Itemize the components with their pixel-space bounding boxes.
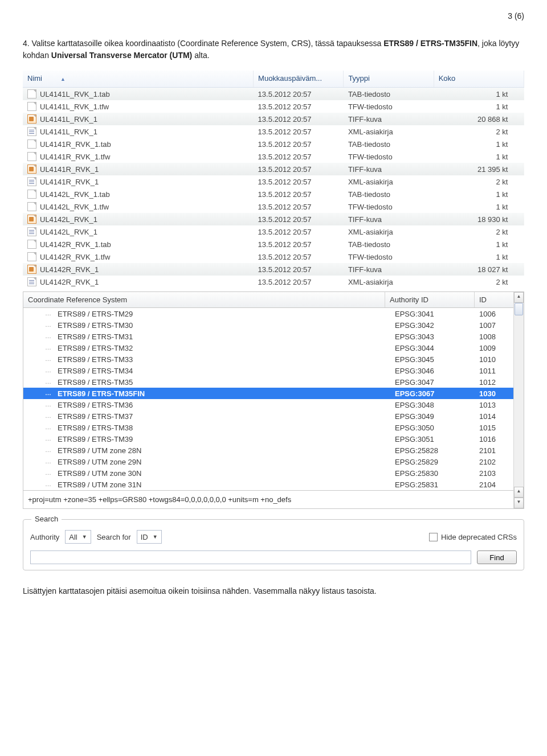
crs-col-auth[interactable]: Authority ID bbox=[385, 292, 475, 307]
file-size: 18 930 kt bbox=[434, 213, 524, 225]
file-icon bbox=[27, 202, 36, 211]
crs-row[interactable]: ETRS89 / ETRS-TM34EPSG:30461011 bbox=[23, 365, 524, 376]
authority-combo[interactable]: All ▼ bbox=[65, 530, 91, 544]
file-type: TAB-tiedosto bbox=[344, 88, 434, 101]
file-date: 13.5.2012 20:57 bbox=[254, 188, 344, 200]
crs-row[interactable]: ETRS89 / ETRS-TM35EPSG:30471012 bbox=[23, 376, 524, 388]
crs-row[interactable]: ETRS89 / UTM zone 29NEPSG:258292102 bbox=[23, 456, 524, 467]
file-name: UL4142R_RVK_1.tab bbox=[40, 240, 111, 249]
table-row[interactable]: UL4141L_RVK_113.5.2012 20:57XML-asiakirj… bbox=[23, 125, 524, 138]
file-name: UL4141R_RVK_1 bbox=[40, 165, 99, 174]
table-row[interactable]: UL4142R_RVK_1.tab13.5.2012 20:57TAB-tied… bbox=[23, 238, 524, 250]
table-row[interactable]: UL4142R_RVK_113.5.2012 20:57XML-asiakirj… bbox=[23, 276, 524, 288]
table-row[interactable]: UL4141L_RVK_113.5.2012 20:57TIFF-kuva20 … bbox=[23, 113, 524, 125]
crs-name: ETRS89 / ETRS-TM36 bbox=[23, 401, 395, 409]
file-name: UL4141R_RVK_1.tfw bbox=[40, 153, 110, 161]
col-modified[interactable]: Muokkauspäiväm... bbox=[254, 71, 344, 88]
proj-string: +proj=utm +zone=35 +ellps=GRS80 +towgs84… bbox=[23, 490, 524, 508]
footer-paragraph: Lisättyjen karttatasojen pitäisi asemoit… bbox=[23, 586, 524, 595]
file-type: TIFF-kuva bbox=[344, 263, 434, 276]
table-row[interactable]: UL4142R_RVK_113.5.2012 20:57TIFF-kuva18 … bbox=[23, 263, 524, 276]
xml-icon bbox=[27, 127, 36, 136]
search-input[interactable] bbox=[30, 550, 471, 564]
table-row[interactable]: UL4141R_RVK_1.tfw13.5.2012 20:57TFW-tied… bbox=[23, 150, 524, 163]
instruction-text: 4. Valitse karttatasoille oikea koordina… bbox=[23, 39, 383, 48]
col-name[interactable]: Nimi▲ bbox=[23, 71, 254, 88]
file-type: XML-asiakirja bbox=[344, 175, 434, 188]
col-type[interactable]: Tyyppi bbox=[344, 71, 434, 88]
crs-row[interactable]: ETRS89 / UTM zone 30NEPSG:258302103 bbox=[23, 467, 524, 479]
file-type: TIFF-kuva bbox=[344, 113, 434, 125]
tiff-icon bbox=[27, 215, 36, 224]
xml-icon bbox=[27, 277, 36, 286]
checkbox-icon bbox=[429, 533, 438, 541]
file-name: UL4141L_RVK_1.tfw bbox=[40, 102, 109, 111]
caret-down-icon: ▼ bbox=[153, 534, 158, 540]
find-button[interactable]: Find bbox=[477, 550, 517, 564]
scroll-up2-icon[interactable]: ▲ bbox=[514, 487, 524, 498]
scroll-down-icon[interactable]: ▼ bbox=[514, 498, 524, 508]
crs-row[interactable]: ETRS89 / ETRS-TM36EPSG:30481013 bbox=[23, 399, 524, 410]
col-size[interactable]: Koko bbox=[434, 71, 524, 88]
file-date: 13.5.2012 20:57 bbox=[254, 200, 344, 213]
file-name: UL4141R_RVK_1 bbox=[40, 178, 99, 186]
table-row[interactable]: UL4142L_RVK_1.tfw13.5.2012 20:57TFW-tied… bbox=[23, 200, 524, 213]
table-row[interactable]: UL4141L_RVK_1.tab13.5.2012 20:57TAB-tied… bbox=[23, 88, 524, 101]
file-date: 13.5.2012 20:57 bbox=[254, 250, 344, 263]
file-icon bbox=[27, 152, 36, 161]
table-row[interactable]: UL4142L_RVK_113.5.2012 20:57TIFF-kuva18 … bbox=[23, 213, 524, 225]
file-size: 1 kt bbox=[434, 238, 524, 250]
crs-name: ETRS89 / ETRS-TM35FIN bbox=[23, 389, 395, 398]
file-name: UL4141L_RVK_1 bbox=[40, 115, 97, 124]
crs-col-name[interactable]: Coordinate Reference System bbox=[23, 292, 385, 307]
crs-row[interactable]: ETRS89 / ETRS-TM31EPSG:30431008 bbox=[23, 331, 524, 342]
crs-row[interactable]: ETRS89 / ETRS-TM35FINEPSG:30671030 bbox=[23, 388, 524, 399]
crs-auth: EPSG:3045 bbox=[395, 355, 479, 364]
crs-row[interactable]: ETRS89 / ETRS-TM33EPSG:30451010 bbox=[23, 354, 524, 365]
file-name: UL4141L_RVK_1 bbox=[40, 128, 97, 136]
crs-row[interactable]: ETRS89 / ETRS-TM37EPSG:30491014 bbox=[23, 410, 524, 422]
file-type: TIFF-kuva bbox=[344, 163, 434, 175]
file-size: 1 kt bbox=[434, 250, 524, 263]
page-number: 3 (6) bbox=[23, 11, 524, 20]
table-row[interactable]: UL4141L_RVK_1.tfw13.5.2012 20:57TFW-tied… bbox=[23, 100, 524, 113]
table-row[interactable]: UL4142R_RVK_1.tfw13.5.2012 20:57TFW-tied… bbox=[23, 250, 524, 263]
searchfor-label: Search for bbox=[97, 533, 131, 541]
file-type: XML-asiakirja bbox=[344, 276, 434, 288]
file-icon bbox=[27, 252, 36, 261]
crs-row[interactable]: ETRS89 / ETRS-TM29EPSG:30411006 bbox=[23, 308, 524, 319]
crs-scrollbar[interactable]: ▲ ▲ ▼ bbox=[513, 292, 524, 508]
table-row[interactable]: UL4141R_RVK_1.tab13.5.2012 20:57TAB-tied… bbox=[23, 138, 524, 150]
scroll-thumb[interactable] bbox=[515, 303, 523, 315]
crs-row[interactable]: ETRS89 / ETRS-TM32EPSG:30441009 bbox=[23, 342, 524, 354]
search-group: Search Authority All ▼ Search for ID ▼ H… bbox=[23, 519, 524, 570]
crs-row[interactable]: ETRS89 / ETRS-TM39EPSG:30511016 bbox=[23, 433, 524, 445]
xml-icon bbox=[27, 227, 36, 236]
file-size: 20 868 kt bbox=[434, 113, 524, 125]
table-row[interactable]: UL4141R_RVK_113.5.2012 20:57XML-asiakirj… bbox=[23, 175, 524, 188]
table-row[interactable]: UL4142L_RVK_113.5.2012 20:57XML-asiakirj… bbox=[23, 225, 524, 238]
file-date: 13.5.2012 20:57 bbox=[254, 175, 344, 188]
crs-name: ETRS89 / UTM zone 28N bbox=[23, 446, 395, 455]
crs-row[interactable]: ETRS89 / UTM zone 28NEPSG:258282101 bbox=[23, 445, 524, 456]
searchfor-combo[interactable]: ID ▼ bbox=[137, 530, 162, 544]
crs-row[interactable]: ETRS89 / ETRS-TM38EPSG:30501015 bbox=[23, 422, 524, 433]
table-row[interactable]: UL4141R_RVK_113.5.2012 20:57TIFF-kuva21 … bbox=[23, 163, 524, 175]
authority-value: All bbox=[69, 533, 77, 541]
search-legend: Search bbox=[31, 515, 62, 523]
file-name: UL4142R_RVK_1 bbox=[40, 278, 99, 286]
file-type: TFW-tiedosto bbox=[344, 150, 434, 163]
caret-down-icon: ▼ bbox=[82, 534, 87, 540]
crs-row[interactable]: ETRS89 / UTM zone 31NEPSG:258312104 bbox=[23, 479, 524, 490]
hide-deprecated-checkbox[interactable]: Hide deprecated CRSs bbox=[429, 533, 517, 541]
table-row[interactable]: UL4142L_RVK_1.tab13.5.2012 20:57TAB-tied… bbox=[23, 188, 524, 200]
file-date: 13.5.2012 20:57 bbox=[254, 263, 344, 276]
instruction-suffix: alta. bbox=[192, 51, 209, 60]
scroll-up-icon[interactable]: ▲ bbox=[514, 292, 524, 303]
crs-auth: EPSG:3043 bbox=[395, 332, 479, 341]
sort-asc-icon: ▲ bbox=[60, 76, 66, 82]
crs-row[interactable]: ETRS89 / ETRS-TM30EPSG:30421007 bbox=[23, 319, 524, 331]
crs-name: ETRS89 / ETRS-TM34 bbox=[23, 367, 395, 375]
tiff-icon bbox=[27, 265, 36, 274]
crs-auth: EPSG:25828 bbox=[395, 446, 479, 455]
